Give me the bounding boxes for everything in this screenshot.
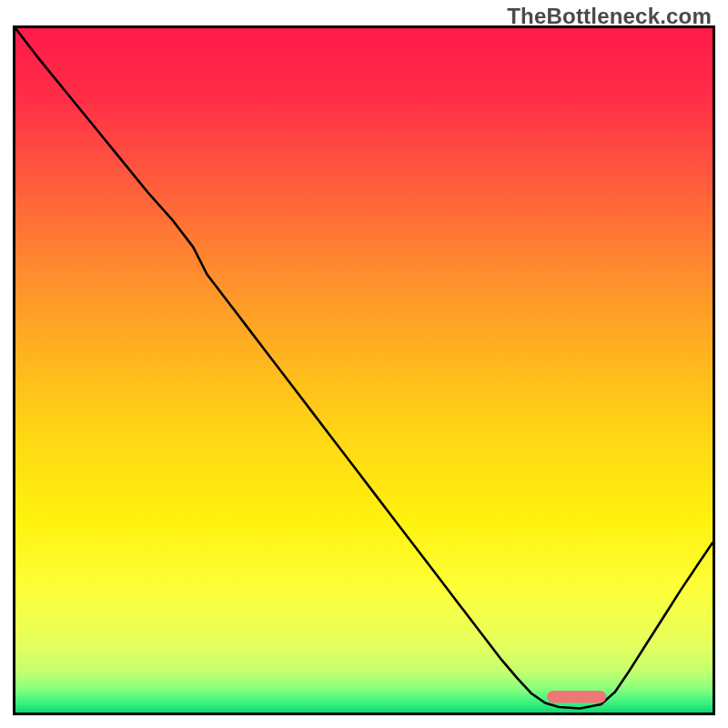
plot-area bbox=[13, 25, 715, 715]
gradient-background bbox=[15, 28, 713, 713]
chart-svg bbox=[15, 28, 713, 713]
optimal-marker bbox=[547, 691, 606, 703]
chart-frame: TheBottleneck.com bbox=[0, 0, 728, 728]
